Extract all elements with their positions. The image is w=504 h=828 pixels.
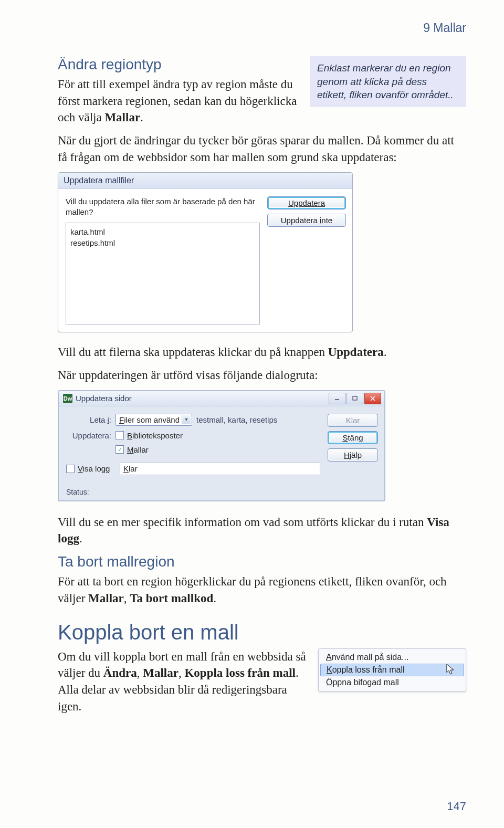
menu-item-koppla-loss[interactable]: Koppla loss från mall	[320, 664, 464, 676]
text-bold: Koppla loss från mall	[184, 666, 296, 679]
close-button[interactable]	[364, 393, 381, 404]
stang-button[interactable]: Stäng	[328, 431, 378, 444]
text: ,	[124, 592, 130, 605]
text: .	[384, 345, 387, 359]
text-bold: Ändra	[103, 666, 137, 679]
menu-item-anvand-mall[interactable]: Använd mall på sida...	[319, 651, 466, 664]
heading-ta-bort-mallregion: Ta bort mallregion	[58, 553, 466, 570]
text: ,	[137, 666, 143, 679]
para-dialog2-intro: När uppdateringen är utförd visas följan…	[58, 367, 466, 384]
maximize-button[interactable]	[346, 393, 363, 404]
leta-i-extra: testmall, karta, resetips	[196, 415, 277, 424]
dialog2-title: Uppdatera sidor	[76, 394, 329, 403]
do-not-update-button[interactable]: Uppdatera inte	[267, 214, 346, 227]
heading-koppla-bort: Koppla bort en mall	[58, 621, 466, 644]
window-controls	[329, 393, 381, 404]
para-koppla-bort: Om du vill koppla bort en mall från en w…	[58, 648, 307, 715]
para-click-update: Vill du att filerna ska uppdateras klick…	[58, 344, 466, 361]
text-bold: Mallar	[88, 592, 124, 605]
klar-button[interactable]: Klar	[328, 414, 378, 427]
para-intro: För att till exempel ändra typ av region…	[58, 76, 297, 126]
text-bold: Ta bort mallkod	[130, 592, 213, 605]
heading-andra-regiontyp: Ändra regiontyp	[58, 56, 297, 73]
maximize-icon	[352, 396, 358, 401]
page-number: 147	[447, 800, 466, 813]
chevron-down-icon: ▼	[182, 415, 191, 424]
dialog1-title: Uppdatera mallfiler	[58, 173, 352, 189]
para-ta-bort: För att ta bort en region högerklickar d…	[58, 573, 466, 606]
text-bold: Mallar	[104, 111, 140, 124]
list-item[interactable]: resetips.html	[70, 237, 255, 248]
text: .	[140, 111, 143, 124]
text: ,	[178, 666, 185, 679]
tip-box: Enklast markerar du en region genom att …	[310, 56, 466, 107]
hjalp-button[interactable]: Hjälp	[328, 448, 378, 462]
dialog-uppdatera-mallfiler: Uppdatera mallfiler Vill du uppdatera al…	[58, 172, 353, 333]
combo-value: Filer som använd	[119, 415, 180, 424]
dialog1-file-list[interactable]: karta.html resetips.html	[66, 223, 260, 324]
uppdatera-label: Uppdatera:	[66, 431, 111, 440]
checkbox-label: Visa logg	[78, 464, 110, 473]
context-menu: Använd mall på sida... Koppla loss från …	[318, 648, 466, 691]
menu-item-oppna-bifogad[interactable]: Öppna bifogad mall	[319, 676, 466, 689]
checkbox-mallar[interactable]: ✓ Mallar	[116, 445, 149, 454]
svg-rect-1	[353, 396, 357, 400]
checkbox-label: Biblioteksposter	[127, 431, 183, 440]
text-bold: Uppdatera	[328, 345, 384, 359]
para-visa-logg: Vill du se en mer specifik information o…	[58, 514, 466, 547]
text: Vill du se en mer specifik information o…	[58, 516, 427, 529]
checkbox-biblioteksposter[interactable]: Biblioteksposter	[116, 431, 183, 440]
close-icon	[370, 396, 375, 401]
page-header-right: 9 Mallar	[58, 21, 466, 35]
minimize-icon	[334, 396, 340, 401]
minimize-button[interactable]	[329, 393, 345, 404]
dialog2-titlebar: Dw Uppdatera sidor	[59, 391, 384, 406]
dialog-uppdatera-sidor: Dw Uppdatera sidor Leta i:	[58, 390, 385, 501]
para-save: När du gjort de ändringar du tycker bör …	[58, 132, 466, 165]
leta-i-combo[interactable]: Filer som använd ▼	[116, 414, 192, 426]
status-label: Status:	[59, 486, 384, 500]
update-button[interactable]: Uppdatera	[267, 196, 346, 209]
text: .	[213, 592, 216, 605]
text: .	[79, 532, 82, 545]
text: Vill du att filerna ska uppdateras klick…	[58, 345, 328, 359]
checkbox-icon	[66, 465, 75, 473]
text: För att till exempel ändra typ av region…	[58, 78, 297, 124]
checkbox-label: Mallar	[127, 445, 149, 454]
text-bold: Mallar	[143, 666, 178, 679]
dreamweaver-icon: Dw	[63, 394, 72, 403]
list-item[interactable]: karta.html	[70, 226, 255, 237]
checkbox-icon	[116, 431, 124, 439]
checkbox-visa-logg[interactable]: Visa logg	[66, 464, 116, 473]
leta-i-label: Leta i:	[66, 415, 111, 424]
dialog1-question: Vill du uppdatera alla filer som är base…	[66, 196, 260, 218]
checkbox-icon: ✓	[116, 445, 124, 454]
klar-field[interactable]: Klar	[120, 463, 320, 475]
